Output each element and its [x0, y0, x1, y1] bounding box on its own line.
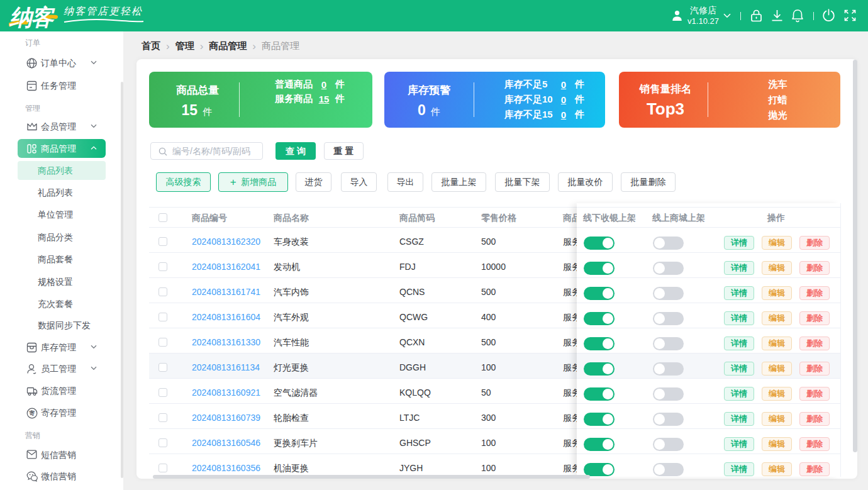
svg-text:寄: 寄: [29, 409, 35, 416]
